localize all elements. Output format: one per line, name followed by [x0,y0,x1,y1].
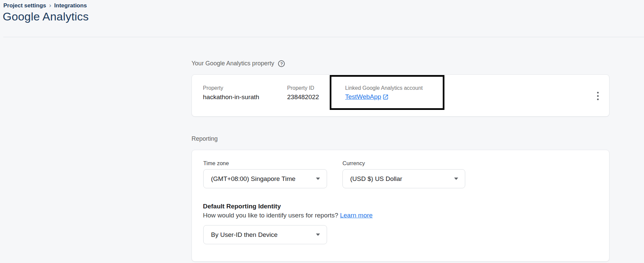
reporting-identity-select[interactable]: By User-ID then Device [203,225,327,244]
currency-label: Currency [342,160,365,167]
linked-account-link-text: TestWebApp [345,93,381,101]
default-reporting-identity-heading: Default Reporting Identity [203,203,281,210]
dropdown-arrow-icon [316,234,320,236]
dropdown-arrow-icon [316,178,320,180]
time-zone-label: Time zone [203,160,229,167]
reporting-card: Time zone (GMT+08:00) Singapore Time Cur… [192,150,609,262]
property-id-field: Property ID 238482022 [287,85,319,101]
breadcrumb-chevron-icon: › [49,2,51,9]
property-id-value: 238482022 [287,93,319,101]
google-analytics-integration-page: Project settings › Integrations Google A… [0,0,644,263]
kebab-menu-icon [597,98,599,100]
reporting-section-header: Reporting [192,135,218,142]
property-id-label: Property ID [287,85,319,91]
overflow-menu-button[interactable] [594,89,602,102]
property-section-title: Your Google Analytics property [192,60,274,67]
breadcrumb: Project settings › Integrations [3,2,87,9]
kebab-menu-icon [597,95,599,97]
property-field: Property hackathon-in-surath [203,85,259,101]
linked-account-label: Linked Google Analytics account [345,85,423,91]
breadcrumb-integrations[interactable]: Integrations [54,2,87,9]
header-divider [3,37,644,37]
reporting-identity-value: By User-ID then Device [211,231,313,239]
identity-question-text: How would you like to identify users for… [203,212,373,219]
property-card: Property hackathon-in-surath Property ID… [192,74,609,117]
time-zone-value: (GMT+08:00) Singapore Time [211,175,313,183]
open-in-new-icon [382,94,389,100]
linked-account-link[interactable]: TestWebApp [345,93,389,101]
kebab-menu-icon [597,92,599,93]
linked-account-field: Linked Google Analytics account TestWebA… [345,85,423,101]
property-label: Property [203,85,259,91]
page-title: Google Analytics [3,10,89,23]
currency-value: (USD $) US Dollar [350,175,451,183]
dropdown-arrow-icon [454,178,458,180]
property-value: hackathon-in-surath [203,93,259,101]
identity-question: How would you like to identify users for… [203,212,338,219]
breadcrumb-project-settings[interactable]: Project settings [3,2,46,9]
property-section-header: Your Google Analytics property ? [192,60,285,67]
reporting-section-title: Reporting [192,135,218,142]
learn-more-link[interactable]: Learn more [340,212,373,219]
help-icon[interactable]: ? [278,60,285,67]
currency-select[interactable]: (USD $) US Dollar [342,169,465,188]
time-zone-select[interactable]: (GMT+08:00) Singapore Time [203,169,327,188]
